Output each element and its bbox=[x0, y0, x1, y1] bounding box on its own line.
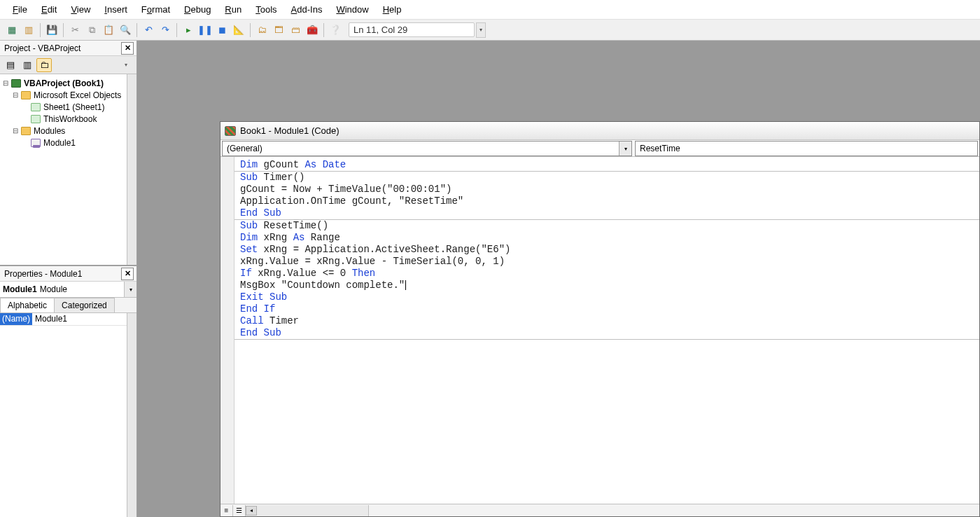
full-module-view-icon[interactable]: ☰ bbox=[233, 505, 246, 516]
project-panel-close-icon[interactable]: ✕ bbox=[121, 42, 134, 55]
procedure-view-icon[interactable]: ≡ bbox=[220, 505, 233, 516]
menu-help[interactable]: Help bbox=[376, 1, 409, 18]
lncol-dropdown-icon[interactable]: ▾ bbox=[476, 22, 486, 38]
project-explorer-icon[interactable]: 🗂 bbox=[254, 22, 270, 38]
object-combo[interactable]: (General) ▾ bbox=[222, 141, 632, 156]
save-icon[interactable]: 💾 bbox=[44, 22, 59, 38]
code-window: Book1 - Module1 (Code) (General) ▾ Reset… bbox=[220, 121, 980, 517]
tree-root-label: VBAProject (Book1) bbox=[22, 78, 104, 88]
run-icon[interactable]: ▸ bbox=[181, 22, 196, 38]
tab-categorized[interactable]: Categorized bbox=[54, 298, 115, 312]
toggle-folders-icon[interactable]: 🗀 bbox=[36, 58, 52, 72]
code-line[interactable]: Call Timer bbox=[240, 315, 974, 327]
reset-icon[interactable]: ◼ bbox=[214, 22, 230, 38]
text-cursor bbox=[405, 280, 406, 290]
properties-combo-type: Module bbox=[40, 284, 67, 294]
code-combo-row: (General) ▾ ResetTime bbox=[220, 140, 979, 157]
mdi-area: Book1 - Module1 (Code) (General) ▾ Reset… bbox=[137, 41, 980, 517]
design-mode-icon[interactable]: 📐 bbox=[231, 22, 246, 38]
tree-modules-label: Modules bbox=[32, 126, 65, 136]
excel-icon[interactable]: ▦ bbox=[4, 22, 20, 38]
object-combo-dropdown-icon[interactable]: ▾ bbox=[619, 142, 631, 156]
hscroll-track[interactable] bbox=[257, 505, 369, 516]
menu-tools[interactable]: Tools bbox=[248, 1, 284, 18]
tree-sheet1-label: Sheet1 (Sheet1) bbox=[42, 102, 104, 112]
properties-panel-close-icon[interactable]: ✕ bbox=[121, 268, 134, 280]
menu-window[interactable]: Window bbox=[329, 1, 375, 18]
properties-icon[interactable]: 🗔 bbox=[271, 22, 286, 38]
code-line[interactable]: MsgBox "Countdown complete." bbox=[240, 280, 974, 291]
tree-thisworkbook[interactable]: ThisWorkbook bbox=[1, 113, 125, 125]
menu-edit[interactable]: Edit bbox=[34, 1, 64, 18]
menu-view[interactable]: View bbox=[64, 1, 97, 18]
property-value[interactable]: Module1 bbox=[32, 313, 127, 325]
project-tree-scrollbar[interactable] bbox=[127, 74, 136, 265]
project-tree[interactable]: ⊟ VBAProject (Book1) ⊟ Microsoft Excel O… bbox=[0, 74, 127, 265]
view-object-icon[interactable]: ▥ bbox=[20, 58, 35, 72]
worksheet-icon bbox=[31, 103, 41, 111]
code-line[interactable]: Sub Timer() bbox=[240, 172, 974, 184]
code-window-titlebar[interactable]: Book1 - Module1 (Code) bbox=[220, 122, 979, 140]
properties-object-combo[interactable]: Module1 Module ▾ bbox=[0, 282, 136, 298]
code-line[interactable]: gCount = Now + TimeValue("00:00:01") bbox=[240, 184, 974, 195]
menu-run[interactable]: Run bbox=[218, 1, 248, 18]
break-icon[interactable]: ❚❚ bbox=[197, 22, 213, 38]
undo-icon[interactable]: ↶ bbox=[141, 22, 156, 38]
menu-format[interactable]: Format bbox=[134, 1, 177, 18]
property-row[interactable]: (Name) Module1 bbox=[0, 313, 127, 326]
tree-module1[interactable]: Module1 bbox=[1, 137, 125, 149]
properties-scrollbar[interactable] bbox=[127, 313, 136, 517]
code-body: Dim gCount As DateSub Timer()gCount = No… bbox=[220, 157, 979, 504]
folder-icon bbox=[21, 127, 31, 135]
menu-file[interactable]: File bbox=[6, 1, 34, 18]
paste-icon[interactable]: 📋 bbox=[101, 22, 116, 38]
copy-icon[interactable]: ⧉ bbox=[84, 22, 99, 38]
code-line[interactable]: End Sub bbox=[240, 207, 974, 219]
code-editor[interactable]: Dim gCount As DateSub Timer()gCount = No… bbox=[234, 157, 979, 504]
view-code-icon[interactable]: ▤ bbox=[3, 58, 18, 72]
cut-icon[interactable]: ✂ bbox=[67, 22, 83, 38]
code-line[interactable]: Sub ResetTime() bbox=[240, 220, 974, 232]
project-toolbar: ▤ ▥ 🗀 ▾ bbox=[0, 56, 136, 74]
code-window-title: Book1 - Module1 (Code) bbox=[240, 125, 340, 136]
tree-folder-excel-objects[interactable]: ⊟ Microsoft Excel Objects bbox=[1, 89, 125, 101]
properties-panel: Properties - Module1 ✕ Module1 Module ▾ … bbox=[0, 265, 136, 517]
code-line[interactable]: Dim xRng As Range bbox=[240, 232, 974, 244]
properties-combo-dropdown-icon[interactable]: ▾ bbox=[124, 282, 136, 297]
workbook-icon bbox=[31, 115, 41, 123]
properties-tabs: Alphabetic Categorized bbox=[0, 298, 136, 313]
procedure-combo-text: ResetTime bbox=[636, 144, 977, 153]
menu-debug[interactable]: Debug bbox=[177, 1, 218, 18]
code-line[interactable]: Dim gCount As Date bbox=[240, 159, 974, 171]
object-browser-icon[interactable]: 🗃 bbox=[288, 22, 303, 38]
code-line[interactable]: Application.OnTime gCount, "ResetTime" bbox=[240, 195, 974, 207]
properties-panel-title: Properties - Module1 ✕ bbox=[0, 266, 136, 282]
tab-alphabetic[interactable]: Alphabetic bbox=[0, 298, 55, 312]
tree-root[interactable]: ⊟ VBAProject (Book1) bbox=[1, 77, 125, 89]
find-icon[interactable]: 🔍 bbox=[118, 22, 133, 38]
menu-insert[interactable]: Insert bbox=[97, 1, 134, 18]
code-line[interactable]: Exit Sub bbox=[240, 291, 974, 303]
toolbox-icon[interactable]: 🧰 bbox=[304, 22, 320, 38]
code-margin[interactable] bbox=[220, 157, 234, 504]
tree-folder-modules[interactable]: ⊟ Modules bbox=[1, 125, 125, 137]
tree-sheet1[interactable]: Sheet1 (Sheet1) bbox=[1, 101, 125, 113]
code-line[interactable]: If xRng.Value <= 0 Then bbox=[240, 268, 974, 280]
menubar: File Edit View Insert Format Debug Run T… bbox=[0, 0, 980, 20]
code-line[interactable]: xRng.Value = xRng.Value - TimeSerial(0, … bbox=[240, 256, 974, 268]
code-line[interactable]: Set xRng = Application.ActiveSheet.Range… bbox=[240, 244, 974, 256]
module-icon bbox=[31, 139, 41, 147]
code-line[interactable]: End Sub bbox=[240, 327, 974, 339]
project-panel-title: Project - VBAProject ✕ bbox=[0, 41, 136, 56]
procedure-separator bbox=[234, 339, 979, 340]
properties-grid[interactable]: (Name) Module1 bbox=[0, 313, 127, 517]
menu-addins[interactable]: Add-Ins bbox=[284, 1, 330, 18]
help-icon[interactable]: ❔ bbox=[328, 22, 343, 38]
project-scroll-icon[interactable]: ▾ bbox=[118, 58, 134, 72]
code-line[interactable]: End If bbox=[240, 303, 974, 315]
code-footbar: ≡ ☰ ◂ bbox=[220, 504, 979, 516]
procedure-combo[interactable]: ResetTime bbox=[635, 141, 978, 156]
hscroll-left-icon[interactable]: ◂ bbox=[246, 506, 257, 516]
redo-icon[interactable]: ↷ bbox=[158, 22, 173, 38]
insert-module-icon[interactable]: ▥ bbox=[21, 22, 36, 38]
